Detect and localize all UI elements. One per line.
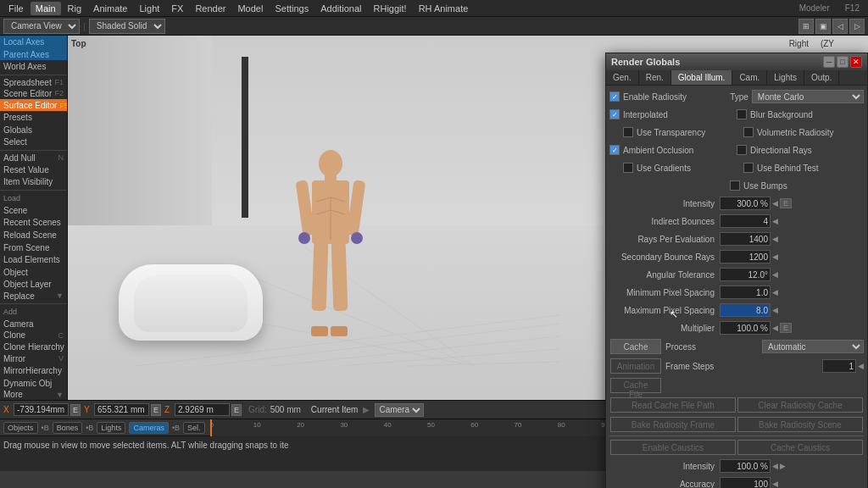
sidebar-parent-axes[interactable]: Parent Axes — [0, 48, 67, 61]
sidebar-reload-scene[interactable]: Reload Scene — [0, 229, 67, 241]
sidebar-mirror-hierarchy[interactable]: MirrorHierarchy — [0, 364, 67, 377]
sidebar-presets[interactable]: Presets — [0, 111, 67, 124]
rg-indirect-bounces-input[interactable] — [720, 214, 771, 228]
menu-additional[interactable]: Additional — [315, 2, 366, 15]
x-e-button[interactable]: E — [70, 404, 81, 416]
y-value-input[interactable] — [94, 403, 149, 416]
tag-lights[interactable]: Lights — [97, 422, 125, 434]
rg-multiplier-e-btn[interactable]: E — [780, 323, 792, 333]
rg-tab-global-illum[interactable]: Global Illum. — [671, 70, 733, 85]
rg-angular-tolerance-arrow[interactable]: ◀ — [772, 270, 778, 279]
sidebar-scene[interactable]: Scene — [0, 204, 67, 217]
rg-intensity-input[interactable] — [720, 197, 771, 210]
rg-tab-lights[interactable]: Lights — [767, 70, 804, 85]
menu-rh-animate[interactable]: RH Animate — [414, 2, 474, 15]
sidebar-item-visibility[interactable]: Item Visibility — [0, 175, 67, 188]
rg-tab-outp[interactable]: Outp. — [804, 70, 839, 85]
rg-volumetric-checkbox[interactable] — [743, 127, 754, 137]
sidebar-dynamic-obj[interactable]: Dynamic Obj — [0, 377, 67, 390]
sidebar-from-scene[interactable]: From Scene — [0, 241, 67, 254]
rg-multiplier-arrow-left[interactable]: ◀ — [772, 324, 778, 332]
rg-caustics-accuracy-arrow[interactable]: ◀ — [772, 480, 778, 488]
menu-rig[interactable]: Rig — [63, 2, 87, 15]
menu-light[interactable]: Light — [134, 2, 164, 15]
rg-caustics-intensity-input[interactable] — [720, 459, 771, 473]
toolbar-icon-1[interactable]: ⊞ — [798, 19, 814, 34]
sidebar-recent-scenes[interactable]: Recent Scenes — [0, 216, 67, 229]
menu-file[interactable]: File — [3, 2, 29, 15]
rg-minimize-button[interactable]: ─ — [823, 56, 835, 68]
rg-intensity-arrow-left[interactable]: ◀ — [772, 199, 778, 208]
sidebar-surface-editor[interactable]: Surface Editor F5 — [0, 99, 67, 112]
rg-caustics-intensity-arrow2[interactable]: ▶ — [780, 462, 786, 470]
tag-cameras[interactable]: Cameras — [129, 422, 169, 434]
menu-rhiggit[interactable]: RHiggit! — [369, 2, 412, 15]
sidebar-add-null[interactable]: Add NullN — [0, 152, 67, 164]
view-selector[interactable]: Camera View — [3, 19, 80, 34]
sidebar-local-axes[interactable]: Local Axes — [0, 36, 67, 48]
rg-use-bumps-checkbox[interactable] — [730, 180, 740, 191]
rg-frame-steps-arrow[interactable]: ◀ — [858, 362, 864, 370]
menu-main[interactable]: Main — [31, 2, 61, 15]
camera-select[interactable]: Camera — [375, 403, 424, 417]
sidebar-select[interactable]: Select — [0, 136, 67, 148]
rg-caustics-intensity-arrow[interactable]: ◀ — [772, 462, 778, 470]
rg-rays-evaluation-arrow[interactable]: ◀ — [772, 235, 778, 243]
rg-angular-tolerance-input[interactable] — [720, 268, 771, 281]
sidebar-clone[interactable]: CloneC — [0, 330, 67, 341]
sidebar-globals[interactable]: Globals — [0, 124, 67, 136]
sidebar-camera[interactable]: Camera — [0, 318, 67, 330]
rg-animation-button[interactable]: Animation — [610, 358, 661, 374]
sidebar-load-elements[interactable]: Load Elements — [0, 253, 67, 266]
rg-cache-button[interactable]: Cache — [610, 339, 661, 354]
rg-rays-evaluation-input[interactable] — [720, 232, 771, 246]
menu-render[interactable]: Render — [190, 2, 231, 15]
menu-model[interactable]: Model — [232, 2, 268, 15]
sidebar-object-layer[interactable]: Object Layer — [0, 278, 67, 291]
sidebar-clone-hierarchy[interactable]: Clone Hierarchy — [0, 341, 67, 353]
rg-enable-radiosity-checkbox[interactable] — [609, 92, 620, 102]
rg-frame-steps-input[interactable] — [822, 359, 856, 373]
rg-ambient-occlusion-checkbox[interactable] — [609, 145, 620, 155]
toolbar-icon-4[interactable]: ▷ — [849, 19, 865, 34]
sidebar-more[interactable]: More▼ — [0, 389, 67, 400]
rg-use-transparency-checkbox[interactable] — [623, 127, 633, 137]
sidebar-spreadsheet[interactable]: SpreadsheetF1 — [0, 77, 67, 88]
z-value-input[interactable] — [175, 403, 230, 416]
shade-selector[interactable]: Shaded Solid — [89, 19, 165, 34]
menu-fx[interactable]: FX — [166, 2, 188, 15]
rg-blur-background-checkbox[interactable] — [737, 109, 747, 119]
sidebar-scene-editor[interactable]: Scene EditorF2 — [0, 88, 67, 99]
rg-secondary-bounce-arrow[interactable]: ◀ — [772, 252, 778, 261]
toolbar-icon-3[interactable]: ◁ — [832, 19, 848, 34]
rg-indirect-bounces-arrow[interactable]: ◀ — [772, 217, 778, 225]
tag-objects[interactable]: Objects — [3, 422, 38, 434]
rg-type-select[interactable]: Monte Carlo — [752, 90, 864, 103]
rg-min-pixel-spacing-input[interactable] — [720, 286, 771, 299]
rg-use-behind-test-checkbox[interactable] — [743, 163, 754, 173]
rg-multiplier-input[interactable] — [720, 321, 771, 335]
rg-caustics-accuracy-input[interactable] — [720, 477, 771, 488]
rg-directional-rays-checkbox[interactable] — [737, 145, 747, 155]
tag-sel[interactable]: Sel. — [183, 422, 205, 434]
rg-use-gradients-checkbox[interactable] — [623, 163, 633, 173]
rg-min-pixel-spacing-arrow[interactable]: ◀ — [772, 288, 778, 297]
sidebar-world-axes[interactable]: World Axes — [0, 60, 67, 73]
rg-interpolated-checkbox[interactable] — [609, 109, 620, 119]
rg-secondary-bounce-input[interactable] — [720, 250, 771, 263]
sidebar-reset-value[interactable]: Reset Value — [0, 164, 67, 176]
sidebar-replace[interactable]: Replace▼ — [0, 291, 67, 302]
rg-max-pixel-spacing-input[interactable] — [720, 303, 771, 317]
rg-titlebar[interactable]: Render Globals ─ □ ✕ — [606, 53, 867, 70]
toolbar-icon-2[interactable]: ▣ — [815, 19, 831, 34]
rg-maximize-button[interactable]: □ — [837, 56, 849, 68]
menu-animate[interactable]: Animate — [88, 2, 132, 15]
rg-max-pixel-spacing-arrow[interactable]: ◀ — [772, 306, 778, 314]
rg-intensity-e-btn[interactable]: E — [780, 198, 792, 208]
rg-tab-cam[interactable]: Cam. — [732, 70, 767, 85]
tag-bones[interactable]: Bones — [53, 422, 83, 434]
sidebar-mirror[interactable]: MirrorV — [0, 353, 67, 364]
sidebar-object[interactable]: Object — [0, 266, 67, 279]
rg-process-select[interactable]: Automatic — [762, 340, 864, 353]
rg-close-button[interactable]: ✕ — [850, 56, 862, 68]
